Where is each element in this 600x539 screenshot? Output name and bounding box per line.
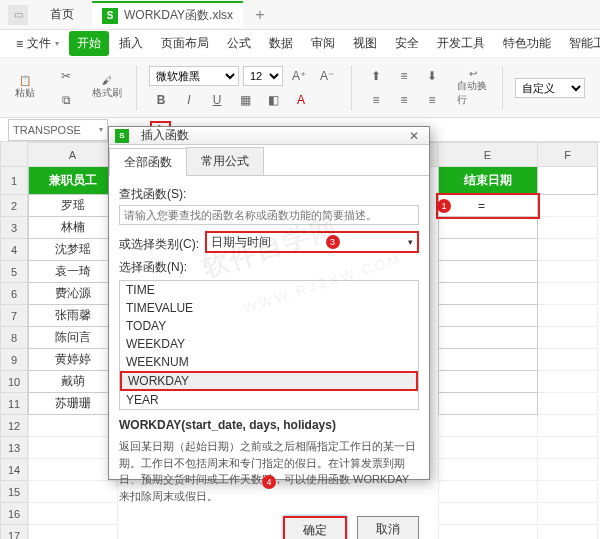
cell-employee[interactable]: 袁一琦 <box>28 261 118 283</box>
align-center-icon[interactable]: ≡ <box>392 89 416 111</box>
cell[interactable] <box>438 459 538 481</box>
cell[interactable] <box>538 525 598 539</box>
cell[interactable] <box>438 305 538 327</box>
cell[interactable] <box>28 415 118 437</box>
tab-home[interactable]: 首页 <box>36 0 88 29</box>
cut-icon[interactable]: ✂ <box>54 65 78 87</box>
list-item[interactable]: WEEKDAY <box>120 335 418 353</box>
fill-color-icon[interactable]: ◧ <box>261 89 285 111</box>
row-header[interactable]: 8 <box>0 327 28 349</box>
cell-employee[interactable]: 苏珊珊 <box>28 393 118 415</box>
row-header[interactable]: 1 <box>0 167 28 195</box>
row-header[interactable]: 14 <box>0 459 28 481</box>
select-all[interactable] <box>0 142 28 167</box>
row-header[interactable]: 13 <box>0 437 28 459</box>
menu-security[interactable]: 安全 <box>387 31 427 56</box>
cell[interactable] <box>538 349 598 371</box>
cell-employee[interactable]: 沈梦瑶 <box>28 239 118 261</box>
align-right-icon[interactable]: ≡ <box>420 89 444 111</box>
border-icon[interactable]: ▦ <box>233 89 257 111</box>
bold-icon[interactable]: B <box>149 89 173 111</box>
cell[interactable] <box>28 437 118 459</box>
cell-employee[interactable]: 黄婷婷 <box>28 349 118 371</box>
menu-data[interactable]: 数据 <box>261 31 301 56</box>
menu-insert[interactable]: 插入 <box>111 31 151 56</box>
cell[interactable] <box>438 239 538 261</box>
dialog-titlebar[interactable]: S 插入函数 ✕ <box>109 127 429 145</box>
row-header[interactable]: 17 <box>0 525 28 539</box>
list-item[interactable]: TIME <box>120 281 418 299</box>
cell[interactable] <box>538 195 598 217</box>
ok-button[interactable]: 5 确定 <box>283 516 347 539</box>
menu-review[interactable]: 审阅 <box>303 31 343 56</box>
cell[interactable] <box>538 371 598 393</box>
menu-view[interactable]: 视图 <box>345 31 385 56</box>
cancel-button[interactable]: 取消 <box>357 516 419 539</box>
col-header-a[interactable]: A <box>28 142 118 167</box>
menu-file[interactable]: ≡文件▾ <box>8 31 67 56</box>
cell[interactable] <box>28 481 118 503</box>
cell-employee[interactable]: 戴萌 <box>28 371 118 393</box>
cell[interactable] <box>538 481 598 503</box>
align-bot-icon[interactable]: ⬇ <box>420 65 444 87</box>
tab-all-functions[interactable]: 全部函数 <box>109 148 187 176</box>
row-header[interactable]: 11 <box>0 393 28 415</box>
menu-layout[interactable]: 页面布局 <box>153 31 217 56</box>
row-header[interactable]: 3 <box>0 217 28 239</box>
add-tab-button[interactable]: + <box>255 6 264 24</box>
cell[interactable] <box>438 415 538 437</box>
wrap-button[interactable]: ↩自动换行 <box>456 64 490 112</box>
row-header[interactable]: 7 <box>0 305 28 327</box>
cell[interactable] <box>438 437 538 459</box>
col-header-f[interactable]: F <box>538 142 598 167</box>
align-top-icon[interactable]: ⬆ <box>364 65 388 87</box>
name-box[interactable]: TRANSPOSE▾ <box>8 119 108 141</box>
cell[interactable] <box>538 459 598 481</box>
cell[interactable] <box>438 481 538 503</box>
format-painter[interactable]: 🖌格式刷 <box>90 64 124 112</box>
row-header[interactable]: 12 <box>0 415 28 437</box>
cell[interactable] <box>438 371 538 393</box>
category-select[interactable]: 日期与时间 3 ▾ <box>205 231 419 253</box>
cell[interactable] <box>538 393 598 415</box>
row-header[interactable]: 9 <box>0 349 28 371</box>
align-mid-icon[interactable]: ≡ <box>392 65 416 87</box>
row-header[interactable]: 4 <box>0 239 28 261</box>
menu-start[interactable]: 开始 <box>69 31 109 56</box>
cell[interactable] <box>538 239 598 261</box>
cell[interactable] <box>438 261 538 283</box>
cell-employee[interactable]: 林楠 <box>28 217 118 239</box>
row-header[interactable]: 2 <box>0 195 28 217</box>
cell[interactable] <box>538 327 598 349</box>
align-left-icon[interactable]: ≡ <box>364 89 388 111</box>
italic-icon[interactable]: I <box>177 89 201 111</box>
list-item-workday[interactable]: WORKDAY4 <box>120 371 418 391</box>
close-icon[interactable]: ✕ <box>405 128 423 144</box>
cell[interactable] <box>538 261 598 283</box>
menu-smart[interactable]: 智能工具 <box>561 31 600 56</box>
tab-file[interactable]: S WORKDAY函数.xlsx <box>92 1 243 28</box>
cell[interactable] <box>538 305 598 327</box>
cell[interactable] <box>538 217 598 239</box>
size-select[interactable]: 12 <box>243 66 283 86</box>
cell[interactable] <box>438 283 538 305</box>
tab-common-formulas[interactable]: 常用公式 <box>186 147 264 175</box>
cell[interactable] <box>28 503 118 525</box>
cell[interactable] <box>438 525 538 539</box>
row-header[interactable]: 6 <box>0 283 28 305</box>
font-select[interactable]: 微软雅黑 <box>149 66 239 86</box>
grow-font-icon[interactable]: A⁺ <box>287 65 311 87</box>
list-item[interactable]: WEEKNUM <box>120 353 418 371</box>
cell-employee[interactable]: 罗瑶 <box>28 195 118 217</box>
cell[interactable] <box>438 393 538 415</box>
menu-dev[interactable]: 开发工具 <box>429 31 493 56</box>
row-header[interactable]: 10 <box>0 371 28 393</box>
function-list[interactable]: TIMETIMEVALUETODAYWEEKDAYWEEKNUMWORKDAY4… <box>119 280 419 410</box>
format-select[interactable]: 自定义 <box>515 78 585 98</box>
menu-formula[interactable]: 公式 <box>219 31 259 56</box>
cell[interactable] <box>438 217 538 239</box>
cell-employee[interactable]: 张雨馨 <box>28 305 118 327</box>
row-header[interactable]: 16 <box>0 503 28 525</box>
menu-special[interactable]: 特色功能 <box>495 31 559 56</box>
cell[interactable] <box>438 503 538 525</box>
